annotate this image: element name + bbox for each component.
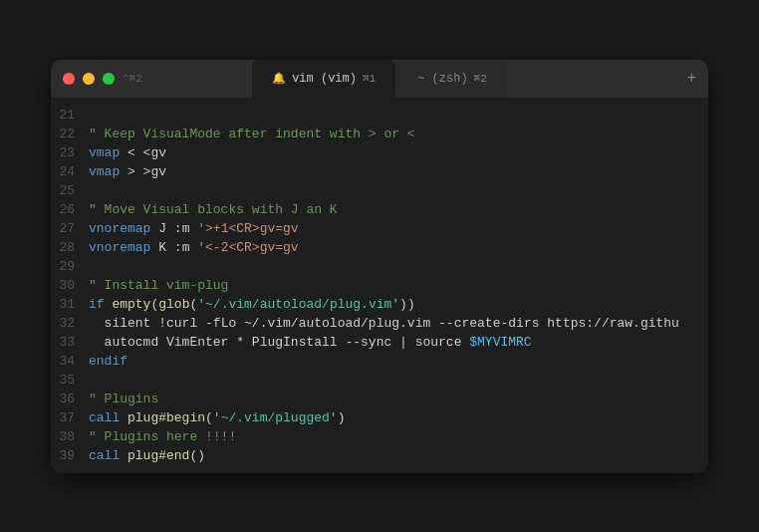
line-number: 39 xyxy=(51,446,89,465)
line-content: call plug#end() xyxy=(89,446,205,465)
line-content xyxy=(89,371,97,390)
line-number: 37 xyxy=(51,408,89,427)
line-number: 31 xyxy=(51,295,89,314)
line-content: endif xyxy=(89,352,127,371)
tab-zsh-label: ~ (zsh) xyxy=(417,72,467,86)
line-content: vmap < <gv xyxy=(89,143,166,162)
line-number: 36 xyxy=(51,390,89,408)
title-bar: ⌃⌘2 🔔 vim (vim) ⌘1 ~ (zsh) ⌘2 + xyxy=(51,60,708,98)
tab-vim-label: vim (vim) xyxy=(292,72,357,86)
tab-zsh[interactable]: ~ (zsh) ⌘2 xyxy=(397,60,507,98)
table-row: 38" Plugins here !!!! xyxy=(51,427,708,446)
line-number: 35 xyxy=(51,371,89,390)
table-row: 25 xyxy=(51,181,708,200)
line-number: 38 xyxy=(51,427,89,446)
line-number: 33 xyxy=(51,333,89,352)
traffic-lights xyxy=(63,73,115,85)
line-number: 22 xyxy=(51,125,89,143)
table-row: 26" Move Visual blocks with J an K xyxy=(51,200,708,219)
table-row: 32 silent !curl -fLo ~/.vim/autoload/plu… xyxy=(51,314,708,333)
table-row: 36" Plugins xyxy=(51,390,708,408)
line-number: 26 xyxy=(51,200,89,219)
line-content: " Move Visual blocks with J an K xyxy=(89,200,338,219)
code-editor: 21 22" Keep VisualMode after indent with… xyxy=(51,98,708,473)
table-row: 31if empty(glob('~/.vim/autoload/plug.vi… xyxy=(51,295,708,314)
right-controls: + xyxy=(686,70,696,88)
minimize-button[interactable] xyxy=(83,73,95,85)
table-row: 28vnoremap K :m '<-2<CR>gv=gv xyxy=(51,238,708,257)
terminal-window: ⌃⌘2 🔔 vim (vim) ⌘1 ~ (zsh) ⌘2 + 21 22" K… xyxy=(51,60,708,473)
line-content: autocmd VimEnter * PlugInstall --sync | … xyxy=(89,333,532,352)
table-row: 23vmap < <gv xyxy=(51,143,708,162)
line-content: vnoremap J :m '>+1<CR>gv=gv xyxy=(89,219,299,238)
line-content: " Plugins here !!!! xyxy=(89,427,236,446)
line-content xyxy=(89,181,97,200)
tab-bar: 🔔 vim (vim) ⌘1 ~ (zsh) ⌘2 xyxy=(252,60,507,98)
table-row: 21 xyxy=(51,106,708,125)
new-tab-button[interactable]: + xyxy=(686,70,696,88)
maximize-button[interactable] xyxy=(103,73,115,85)
line-content xyxy=(89,257,97,276)
line-content: call plug#begin('~/.vim/plugged') xyxy=(89,408,345,427)
line-number: 27 xyxy=(51,219,89,238)
line-number: 30 xyxy=(51,276,89,295)
line-content: vmap > >gv xyxy=(89,162,166,181)
table-row: 33 autocmd VimEnter * PlugInstall --sync… xyxy=(51,333,708,352)
table-row: 29 xyxy=(51,257,708,276)
line-number: 23 xyxy=(51,143,89,162)
tab-bell-icon: 🔔 xyxy=(272,72,286,85)
tab-vim-shortcut: ⌘1 xyxy=(363,72,376,85)
line-number: 32 xyxy=(51,314,89,333)
table-row: 24vmap > >gv xyxy=(51,162,708,181)
line-number: 21 xyxy=(51,106,89,125)
line-content xyxy=(89,106,97,125)
line-content: if empty(glob('~/.vim/autoload/plug.vim'… xyxy=(89,295,415,314)
close-button[interactable] xyxy=(63,73,75,85)
table-row: 27vnoremap J :m '>+1<CR>gv=gv xyxy=(51,219,708,238)
table-row: 34endif xyxy=(51,352,708,371)
line-number: 28 xyxy=(51,238,89,257)
line-content: " Keep VisualMode after indent with > or… xyxy=(89,125,415,143)
line-number: 25 xyxy=(51,181,89,200)
line-content: " Install vim-plug xyxy=(89,276,228,295)
line-number: 29 xyxy=(51,257,89,276)
left-shortcut: ⌃⌘2 xyxy=(123,72,142,85)
line-number: 34 xyxy=(51,352,89,371)
table-row: 39call plug#end() xyxy=(51,446,708,465)
line-content: silent !curl -fLo ~/.vim/autoload/plug.v… xyxy=(89,314,679,333)
line-number: 24 xyxy=(51,162,89,181)
tab-zsh-shortcut: ⌘2 xyxy=(474,72,487,85)
table-row: 37call plug#begin('~/.vim/plugged') xyxy=(51,408,708,427)
line-content: vnoremap K :m '<-2<CR>gv=gv xyxy=(89,238,299,257)
tab-vim[interactable]: 🔔 vim (vim) ⌘1 xyxy=(252,60,395,98)
table-row: 30" Install vim-plug xyxy=(51,276,708,295)
line-content: " Plugins xyxy=(89,390,158,408)
table-row: 22" Keep VisualMode after indent with > … xyxy=(51,125,708,143)
table-row: 35 xyxy=(51,371,708,390)
